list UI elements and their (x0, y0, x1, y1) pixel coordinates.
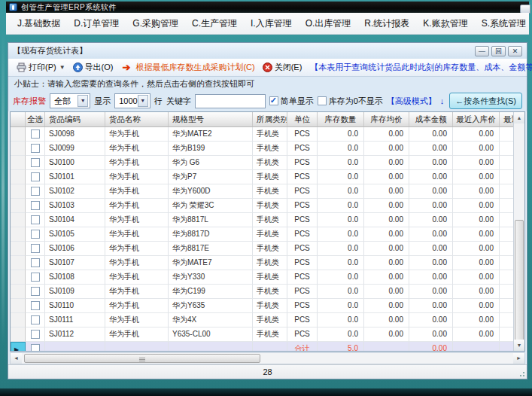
row-selector[interactable] (11, 327, 26, 342)
app-icon (9, 3, 17, 11)
menu-item[interactable]: R.统计报表 (357, 15, 416, 32)
row-checkbox[interactable] (31, 187, 40, 196)
row-selector[interactable] (11, 242, 26, 256)
row-limit-select[interactable]: 1000 ▼ (114, 93, 150, 108)
table-row[interactable]: SJ0099华为手机华为B199手机类PCS0.00.000.000.00 (11, 142, 513, 156)
table-row[interactable]: SJ0103华为手机华为 荣耀3C手机类PCS0.00.000.000.00 (11, 199, 513, 213)
scroll-down-icon[interactable]: ▼ (514, 340, 524, 351)
column-header[interactable]: 全选 (26, 112, 45, 126)
row-checkbox[interactable] (31, 158, 40, 167)
menu-item[interactable]: J.基础数据 (11, 15, 67, 32)
row-selector[interactable] (11, 184, 26, 199)
column-header[interactable]: 货品编码 (45, 112, 105, 126)
row-selector[interactable] (11, 313, 26, 327)
row-checkbox[interactable] (31, 215, 40, 224)
row-checkbox[interactable] (31, 301, 40, 310)
row-checkbox[interactable] (31, 201, 40, 210)
cell-name: 华为手机 (105, 227, 169, 242)
column-header[interactable]: 规格型号 (169, 112, 253, 126)
column-header[interactable]: 所属类别 (253, 112, 287, 126)
menu-item[interactable]: S.系统管理 (475, 15, 532, 32)
simple-display-checkbox[interactable]: 简单显示 (269, 96, 314, 107)
table-row[interactable]: SJ0106华为手机华为8817E手机类PCS0.00.000.000.00 (11, 242, 513, 256)
child-minimize-button[interactable]: — (475, 46, 489, 56)
menu-item[interactable]: G.采购管理 (126, 15, 185, 32)
table-row[interactable]: SJ0108华为手机华为Y330手机类PCS0.00.000.000.00 (11, 270, 513, 285)
row-selector[interactable] (11, 227, 26, 242)
checkbox-cell (26, 313, 45, 327)
row-checkbox[interactable] (31, 258, 40, 267)
generate-plan-button[interactable]: ➔ 根据最低库存数生成采购计划(C) (118, 61, 257, 74)
table-row[interactable]: SJ0110华为手机华为Y635手机类PCS0.00.000.000.00 (11, 299, 513, 313)
scroll-left-icon[interactable]: ◄ (11, 353, 22, 364)
column-header[interactable]: 最近入库价 (453, 112, 500, 126)
child-close-button[interactable]: ✕ (508, 46, 522, 56)
close-report-button[interactable]: 关闭(E) (260, 61, 305, 74)
cell-model: 华为B199 (169, 142, 253, 156)
row-checkbox[interactable] (31, 344, 40, 351)
row-checkbox[interactable] (31, 330, 40, 339)
row-selector[interactable] (11, 299, 26, 313)
export-button[interactable]: 导出(O) (71, 61, 116, 74)
table-row[interactable]: SJ0101华为手机华为P7手机类PCS0.00.000.000.00 (11, 170, 513, 184)
vertical-scroll-thumb[interactable] (515, 220, 524, 342)
scroll-up-icon[interactable]: ▲ (514, 112, 524, 123)
cell-category: 手机类 (253, 170, 287, 184)
search-button[interactable]: ←按条件查找(S) (449, 93, 522, 109)
hide-zero-stock-checkbox[interactable]: 库存为0不显示 (318, 96, 383, 107)
row-checkbox[interactable] (31, 287, 40, 296)
table-row[interactable]: SJ0100华为手机华为 G6手机类PCS0.00.000.000.00 (11, 156, 513, 170)
print-dropdown-caret[interactable]: ▼ (59, 64, 65, 71)
row-selector[interactable] (11, 142, 26, 156)
row-checkbox[interactable] (31, 144, 40, 153)
row-selector[interactable] (11, 170, 26, 184)
table-row[interactable]: SJ0102华为手机华为Y600D手机类PCS0.00.000.000.00 (11, 184, 513, 199)
row-checkbox[interactable] (31, 273, 40, 282)
cell-category: 手机类 (253, 313, 287, 327)
scroll-right-icon[interactable]: ► (513, 353, 524, 364)
table-row[interactable]: SJ0112华为手机Y635-CL00手机类PCS0.00.000.000.00 (11, 327, 513, 342)
menu-item[interactable]: K.账款管理 (416, 15, 474, 32)
row-selector[interactable] (11, 270, 26, 285)
column-header[interactable]: 最近出 (500, 112, 513, 126)
horizontal-scroll-thumb[interactable] (24, 354, 260, 363)
row-selector[interactable] (11, 256, 26, 270)
row-selector[interactable] (11, 127, 26, 142)
row-checkbox[interactable] (31, 172, 40, 181)
row-selector[interactable] (11, 199, 26, 213)
horizontal-scrollbar[interactable]: ◄ ► (10, 352, 525, 364)
child-restore-button[interactable]: 回 (491, 46, 506, 56)
print-button[interactable]: 打印(P) ▼ (14, 61, 68, 74)
column-header[interactable]: 成本金额 (409, 112, 453, 126)
row-checkbox[interactable] (31, 315, 40, 324)
column-header[interactable]: 货品名称 (105, 112, 169, 126)
row-selector[interactable] (11, 156, 26, 170)
column-header[interactable]: 单位 (287, 112, 318, 126)
cell-cost_amount: 0.00 (409, 170, 453, 184)
cell-model: 华为C199 (169, 285, 253, 299)
table-row[interactable]: SJ0109华为手机华为C199手机类PCS0.00.000.000.00 (11, 285, 513, 299)
row-checkbox[interactable] (31, 244, 40, 253)
row-checkbox[interactable] (31, 129, 40, 139)
row-selector[interactable] (11, 285, 26, 299)
menu-item[interactable]: I.入库管理 (244, 15, 299, 32)
menu-item[interactable]: D.订单管理 (67, 15, 126, 32)
menu-item[interactable]: C.生产管理 (185, 15, 244, 32)
advanced-mode-link[interactable]: 【高级模式】 (387, 96, 436, 107)
cell-category: 手机类 (253, 184, 287, 199)
table-row[interactable]: SJ0104华为手机华为8817L手机类PCS0.00.000.000.00 (11, 213, 513, 227)
stock-alert-select[interactable]: 全部 ▼ (50, 93, 90, 108)
resize-grip[interactable] (518, 370, 525, 377)
table-row[interactable]: SJ0098华为手机华为MATE2手机类PCS0.00.000.000.00 (11, 127, 513, 142)
row-selector[interactable] (11, 213, 26, 227)
vertical-scrollbar[interactable]: ▲ ▼ (513, 112, 524, 351)
menu-item[interactable]: O.出库管理 (299, 15, 358, 32)
column-header[interactable] (11, 112, 26, 126)
column-header[interactable]: 库存均价 (364, 112, 409, 126)
table-row[interactable]: SJ0105华为手机华为8817D手机类PCS0.00.000.000.00 (11, 227, 513, 242)
table-row[interactable]: SJ0111华为手机华为4X手机类PCS0.00.000.000.00 (11, 313, 513, 327)
keyword-input[interactable] (195, 94, 266, 108)
table-row[interactable]: SJ0107华为手机华为MATE7手机类PCS0.00.000.000.00 (11, 256, 513, 270)
column-header[interactable]: 库存数量 (318, 112, 364, 126)
row-checkbox[interactable] (31, 230, 40, 239)
